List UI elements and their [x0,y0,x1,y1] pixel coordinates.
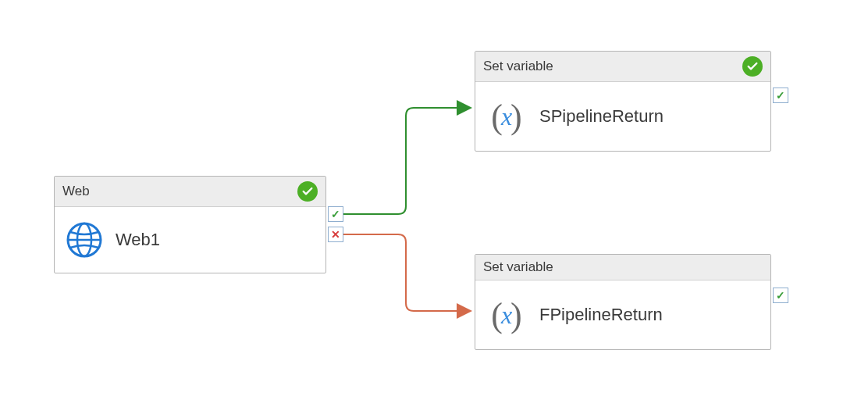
pipeline-canvas: Web Web1 ✓ ✕ Set vari [0,0,868,418]
variable-icon: (x) [486,96,527,137]
success-output-port[interactable]: ✓ [773,88,788,103]
check-icon: ✓ [776,289,785,302]
activity-node-web[interactable]: Web Web1 [54,176,326,273]
success-status-icon [742,56,763,77]
variable-icon: (x) [486,295,527,335]
node-name-label: SPipelineReturn [539,106,663,127]
success-output-port[interactable]: ✓ [328,206,343,222]
node-header: Web [55,177,326,207]
node-type-label: Set variable [483,259,553,275]
node-body: (x) FPipelineReturn [475,280,770,349]
activity-node-fpipelinereturn[interactable]: Set variable (x) FPipelineReturn [475,254,771,350]
success-output-port[interactable]: ✓ [773,288,788,303]
activity-node-spipelinereturn[interactable]: Set variable (x) SPipelineReturn [475,51,771,152]
failure-output-port[interactable]: ✕ [328,227,343,242]
success-status-icon [297,181,318,202]
node-type-label: Web [62,184,90,199]
check-icon: ✓ [776,89,785,102]
node-header: Set variable [475,52,770,82]
node-body: (x) SPipelineReturn [475,82,770,151]
node-name-label: FPipelineReturn [539,305,663,325]
node-header: Set variable [475,255,770,280]
node-name-label: Web1 [116,230,160,250]
cross-icon: ✕ [331,228,340,241]
check-icon: ✓ [331,208,340,220]
node-body: Web1 [55,207,326,273]
node-type-label: Set variable [483,59,553,74]
globe-icon [66,221,103,259]
